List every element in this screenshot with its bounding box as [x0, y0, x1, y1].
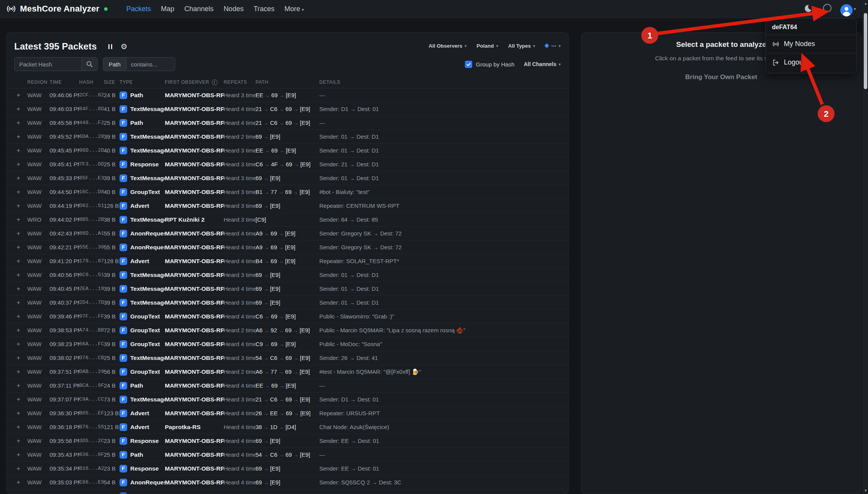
detail-node-link[interactable]: 26 — [341, 355, 348, 361]
detail-node-link[interactable]: D1 — [372, 285, 379, 292]
search-button[interactable] — [81, 57, 98, 71]
path-hop-link[interactable]: [E9] — [286, 92, 296, 98]
path-hop-link[interactable]: [E9] — [270, 285, 280, 292]
info-icon[interactable]: i — [212, 80, 217, 85]
path-hop-link[interactable]: C6 — [256, 313, 263, 320]
detail-node-link[interactable]: 01 — [341, 272, 348, 278]
bring-your-own-packet-link[interactable]: Bring Your Own Packet — [581, 73, 861, 81]
path-hop-link[interactable]: [C9] — [256, 216, 266, 223]
user-avatar-button[interactable] — [840, 4, 853, 17]
packet-row[interactable]: +WAW09:44:19 PMD82...510126 BFAdvertMARY… — [7, 199, 568, 213]
row-expander[interactable]: + — [14, 174, 27, 182]
path-hop-link[interactable]: [E9] — [285, 313, 296, 320]
path-hop-link[interactable]: 69 — [256, 133, 262, 140]
dark-mode-toggle-icon[interactable] — [803, 3, 813, 13]
path-hop-link[interactable]: 69 — [271, 244, 277, 250]
path-hop-link[interactable]: [E9] — [285, 258, 295, 264]
path-hop-link[interactable]: [E9] — [300, 119, 310, 126]
path-hop-link[interactable]: [E9] — [270, 299, 280, 306]
path-hop-link[interactable]: [E9] — [270, 272, 280, 278]
packet-row[interactable]: +WAW09:35:43 PM836...0FE25 BFPathMARYMON… — [7, 448, 568, 462]
scroll-up-icon[interactable]: ▲ — [863, 2, 868, 5]
row-expander[interactable]: + — [14, 161, 27, 168]
packet-row[interactable]: +WAW09:45:41 PM7F3...DD425 BFResponseMAR… — [7, 157, 568, 171]
feed-filter-1[interactable]: Poland▾ — [476, 43, 498, 49]
path-hop-link[interactable]: [D4] — [285, 424, 296, 430]
packet-row[interactable]: +WAW09:36:30 PMB05...EF8123 BFAdvertMARY… — [7, 406, 568, 420]
pause-feed-button[interactable] — [108, 44, 112, 49]
row-expander[interactable]: + — [14, 147, 27, 154]
path-hop-link[interactable]: 69 — [256, 285, 262, 292]
row-expander[interactable]: + — [14, 382, 27, 390]
detail-node-link[interactable]: EE — [341, 465, 349, 472]
path-hop-link[interactable]: C6 — [270, 355, 277, 361]
packet-row[interactable]: +WAW09:45:45 PM96D...2DD40 BFTextMessage… — [7, 144, 568, 157]
packet-row[interactable]: +WAW09:40:56 PM6C9...51239 BFTextMessage… — [7, 268, 568, 282]
path-hop-link[interactable]: 69 — [285, 396, 292, 403]
row-expander[interactable]: + — [14, 271, 27, 279]
packet-row[interactable]: +WAW09:44:50 PM16C...D8540 BFGroupTextMA… — [7, 185, 568, 199]
detail-node-link[interactable]: 21 — [341, 161, 348, 167]
nav-link-channels[interactable]: Channels — [179, 5, 219, 13]
packet-row[interactable]: +WRO09:34:41 PM593...8CE22 BFRequestRPT … — [7, 489, 568, 494]
detail-node-link[interactable]: D1 — [372, 147, 379, 154]
packet-row[interactable]: +WAW09:41:20 PM179...97B128 BFAdvertMARY… — [7, 254, 568, 268]
row-expander[interactable]: + — [14, 423, 27, 431]
row-expander[interactable]: + — [14, 119, 27, 127]
path-hop-link[interactable]: [E9] — [300, 106, 310, 112]
packet-row[interactable]: +WAW09:36:18 PMB76...558121 BFAdvertPapr… — [7, 420, 568, 434]
detail-node-link[interactable]: 01 — [373, 438, 379, 444]
path-hop-link[interactable]: EE — [256, 147, 263, 154]
row-expander[interactable]: + — [14, 479, 27, 486]
path-hop-link[interactable]: 69 — [256, 175, 262, 181]
detail-node-link[interactable]: D1 — [372, 161, 379, 167]
path-hop-link[interactable]: [E9] — [270, 133, 280, 140]
scrollbar-thumb[interactable] — [864, 13, 867, 89]
packet-row[interactable]: +WAW09:37:07 PMC9A...CC573 BFTextMessage… — [7, 393, 568, 406]
row-expander[interactable]: + — [14, 396, 27, 403]
my-nodes-menu-item[interactable]: My Nodes — [766, 36, 856, 51]
path-hop-link[interactable]: 69 — [271, 382, 278, 389]
row-expander[interactable]: + — [14, 437, 27, 445]
path-hop-link[interactable]: 21 — [256, 396, 262, 403]
nav-link-traces[interactable]: Traces — [249, 5, 279, 13]
path-hop-link[interactable]: EE — [256, 92, 263, 98]
packet-row[interactable]: +WAW09:38:02 PMD76...CBB25 BFTextMessage… — [7, 351, 568, 365]
path-hop-link[interactable]: 69 — [256, 479, 262, 486]
row-expander[interactable]: + — [14, 465, 27, 472]
path-hop-link[interactable]: [E9] — [285, 244, 295, 250]
path-hop-link[interactable]: [E9] — [300, 396, 310, 403]
packet-row[interactable]: +WAW09:35:03 PME86...E9E54 BFAnonRequest… — [7, 476, 568, 489]
path-hop-link[interactable]: B1 — [256, 189, 262, 195]
path-hop-link[interactable]: [E9] — [300, 451, 310, 458]
path-hop-link[interactable]: 69 — [285, 189, 292, 195]
packet-row[interactable]: +WRO09:44:02 PM8B5...2B438 BFTextMessage… — [7, 213, 568, 227]
feed-filter-2[interactable]: All Types▾ — [508, 43, 535, 49]
scroll-down-icon[interactable]: ▼ — [863, 489, 868, 492]
path-hop-link[interactable]: 69 — [256, 465, 262, 472]
path-hop-link[interactable]: 69 — [285, 368, 292, 375]
path-hop-link[interactable]: [E9] — [270, 438, 280, 444]
row-expander[interactable]: + — [14, 313, 27, 320]
path-hop-link[interactable]: B4 — [256, 258, 262, 264]
avatar-caret-icon[interactable]: ▾ — [854, 7, 856, 12]
path-hop-link[interactable]: [E9] — [300, 327, 310, 333]
packet-row[interactable]: +WAW09:40:45 PM2EA...19F39 BFTextMessage… — [7, 282, 568, 296]
path-hop-link[interactable]: [E9] — [300, 410, 310, 416]
path-hop-link[interactable]: 69 — [285, 106, 292, 112]
path-hop-link[interactable]: 69 — [285, 327, 292, 333]
detail-node-link[interactable]: D1 — [372, 272, 379, 278]
detail-node-link[interactable]: 72 — [395, 244, 402, 250]
packet-hash-input[interactable] — [14, 57, 81, 71]
path-hop-link[interactable]: C6 — [256, 161, 263, 167]
path-hop-link[interactable]: 69 — [285, 119, 292, 126]
path-hop-link[interactable]: [E9] — [270, 465, 280, 472]
detail-node-link[interactable]: 64 — [341, 216, 348, 223]
path-hop-link[interactable]: C6 — [270, 451, 277, 458]
row-expander[interactable]: + — [14, 202, 27, 210]
path-hop-link[interactable]: 69 — [271, 258, 277, 264]
row-expander[interactable]: + — [14, 409, 27, 417]
detail-node-link[interactable]: D1 — [372, 175, 379, 181]
path-hop-link[interactable]: [E9] — [286, 147, 296, 154]
page-scrollbar[interactable]: ▲ ▼ — [863, 0, 868, 494]
